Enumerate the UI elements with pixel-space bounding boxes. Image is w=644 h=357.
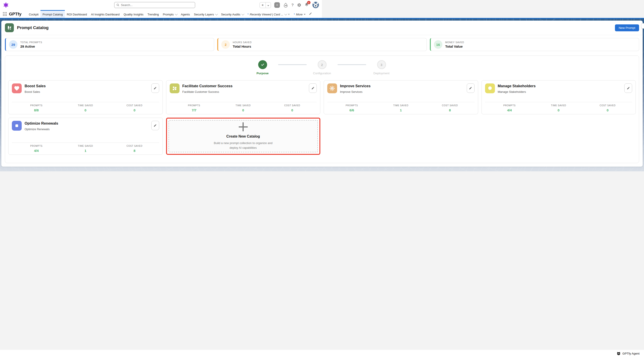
favorites-star-icon[interactable]: ★ (260, 3, 266, 7)
edit-catalog-button[interactable] (151, 121, 159, 130)
tab-label: Agents (181, 13, 190, 16)
prompt-catalog-app-icon (5, 23, 14, 32)
step-configuration[interactable]: 2Configuration (310, 60, 322, 75)
tab-cockpit[interactable]: Cockpit (27, 10, 40, 18)
stat-label: TOTAL PROMPTS (20, 41, 42, 44)
step-number: 2 (318, 60, 322, 69)
page-title: Prompt Catalog (17, 25, 48, 30)
tab-label: Quality Insights (124, 13, 144, 16)
step-label: Purpose (256, 72, 268, 75)
notification-bell-icon[interactable]: 2 (305, 3, 309, 8)
catalog-metrics: PROMPTS4/4TIME SAVED1COST SAVED8 (12, 143, 159, 153)
catalog-grid: Boost SalesBoost SalesPROMPTS8/8TIME SAV… (8, 80, 322, 155)
favorites-control[interactable]: ★ (260, 2, 271, 8)
setup-gear-icon[interactable] (297, 3, 301, 7)
chevron-down-icon[interactable] (175, 13, 178, 16)
metric-label: COST SAVED (110, 104, 159, 107)
create-card-description: Build a new prompt collection to organiz… (210, 141, 277, 150)
tab-label: AI Insights Dashboard (91, 13, 120, 16)
tab-recently-viewed-card[interactable]: *Recently Viewed | Card ...× (246, 10, 292, 18)
unsaved-indicator: * (248, 13, 248, 16)
tab-prompt-catalog[interactable]: Prompt Catalog (40, 10, 64, 18)
metric-label: COST SAVED (110, 145, 159, 147)
catalog-title: Boost Sales (24, 84, 149, 88)
main-panel: Prompt Catalog New Prompt 29TOTAL PROMPT… (1, 21, 322, 167)
catalog-metrics: PROMPTS7/7TIME SAVED0COST SAVED0 (170, 102, 317, 112)
chevron-down-icon[interactable] (242, 13, 244, 16)
heart-icon (12, 84, 22, 93)
metric-value: 0 (110, 108, 159, 112)
metric-value: 0 (268, 108, 317, 112)
metric-label: PROMPTS (12, 145, 61, 147)
metric-value: 0 (218, 108, 268, 112)
tab-security-layers[interactable]: Security Layers (192, 10, 219, 18)
close-icon[interactable]: × (288, 13, 290, 16)
tab-label: Trending (148, 13, 159, 16)
tab-label: Recently Viewed | Card ... (250, 13, 283, 16)
tab-security-audits[interactable]: Security Audits (219, 10, 246, 18)
tab-label: Cockpit (29, 13, 38, 16)
catalog-subtitle: Facilitate Customer Success (182, 90, 307, 94)
unsaved-indicator: * (294, 13, 295, 16)
stat-value: 29 Active (20, 45, 42, 48)
check-icon (258, 60, 267, 69)
tab-label: ROI Dashboard (67, 13, 87, 16)
metric-value: 8/8 (12, 108, 61, 112)
tab-agents[interactable]: Agents (179, 10, 192, 18)
tab-label: More (296, 13, 303, 16)
create-new-catalog-card[interactable]: Create New Catalog Build a new prompt co… (166, 118, 320, 155)
edit-nav-icon[interactable] (309, 12, 312, 16)
tab-label: Prompt Catalog (42, 13, 62, 16)
chevron-down-icon[interactable] (284, 13, 287, 16)
tab-quality-insights[interactable]: Quality Insights (122, 10, 146, 18)
tab-label: Prompts (163, 13, 174, 16)
trailhead-icon[interactable] (283, 3, 288, 8)
kpi-stats-row: 29TOTAL PROMPTS29 Active2HOURS SAVEDTota… (1, 35, 322, 53)
catalog-card-boost-sales[interactable]: Boost SalesBoost SalesPROMPTS8/8TIME SAV… (8, 80, 163, 114)
catalog-section: Purpose2Configuration3Deployment Boost S… (5, 56, 322, 163)
edit-catalog-button[interactable] (309, 84, 317, 93)
help-icon[interactable]: ? (292, 3, 294, 8)
tab-label: Security Layers (194, 13, 214, 16)
catalog-metrics: PROMPTS8/8TIME SAVED0COST SAVED0 (12, 102, 159, 112)
global-header: ★ ? 2 (0, 0, 322, 10)
step-connector (278, 64, 307, 65)
tab-roi-dashboard[interactable]: ROI Dashboard (65, 10, 89, 18)
metric-value: 7/7 (170, 108, 219, 112)
tab-ai-insights-dashboard[interactable]: AI Insights Dashboard (89, 10, 122, 18)
plus-icon (239, 122, 248, 131)
favorites-dropdown-icon[interactable] (266, 3, 271, 7)
app-nav-bar: GPTfy CockpitPrompt CatalogROI Dashboard… (0, 10, 322, 18)
catalog-card-optimize-renewals[interactable]: Optimize RenewalsOptimize RenewalsPROMPT… (8, 118, 163, 155)
search-input[interactable] (121, 3, 193, 7)
metric-value: 1 (61, 149, 110, 153)
catalog-card-facilitate-customer-success[interactable]: Facilitate Customer SuccessFacilitate Cu… (166, 80, 320, 114)
nav-tabs: CockpitPrompt CatalogROI DashboardAI Ins… (27, 10, 308, 18)
avatar[interactable] (312, 2, 319, 9)
stat-badge: 2 (221, 40, 230, 49)
square-icon (12, 121, 22, 131)
catalog-subtitle: Boost Sales (24, 90, 149, 94)
app-launcher-icon[interactable] (3, 12, 7, 16)
metric-label: COST SAVED (268, 104, 317, 107)
tab-trending[interactable]: Trending (146, 10, 161, 18)
metric-label: TIME SAVED (61, 145, 110, 147)
stat-badge: 29 (9, 40, 18, 49)
step-purpose[interactable]: Purpose (250, 60, 275, 75)
global-search[interactable] (114, 2, 195, 8)
catalog-title: Facilitate Customer Success (182, 84, 307, 88)
metric-value: 8 (110, 149, 159, 153)
catalog-subtitle: Optimize Renewals (24, 128, 149, 131)
stat-value: Total Hours (233, 45, 252, 48)
tab-label: Security Audits (221, 13, 240, 16)
metric-label: PROMPTS (170, 104, 219, 107)
tab-prompts[interactable]: Prompts (161, 10, 179, 18)
add-icon[interactable] (274, 2, 280, 8)
metric-label: TIME SAVED (218, 104, 268, 107)
page-header: Prompt Catalog New Prompt (1, 21, 322, 35)
flower-icon (170, 84, 180, 93)
dropdown-icon[interactable] (304, 14, 306, 15)
tab-more[interactable]: *More (292, 10, 308, 18)
chevron-down-icon[interactable] (215, 13, 218, 16)
edit-catalog-button[interactable] (151, 84, 159, 93)
